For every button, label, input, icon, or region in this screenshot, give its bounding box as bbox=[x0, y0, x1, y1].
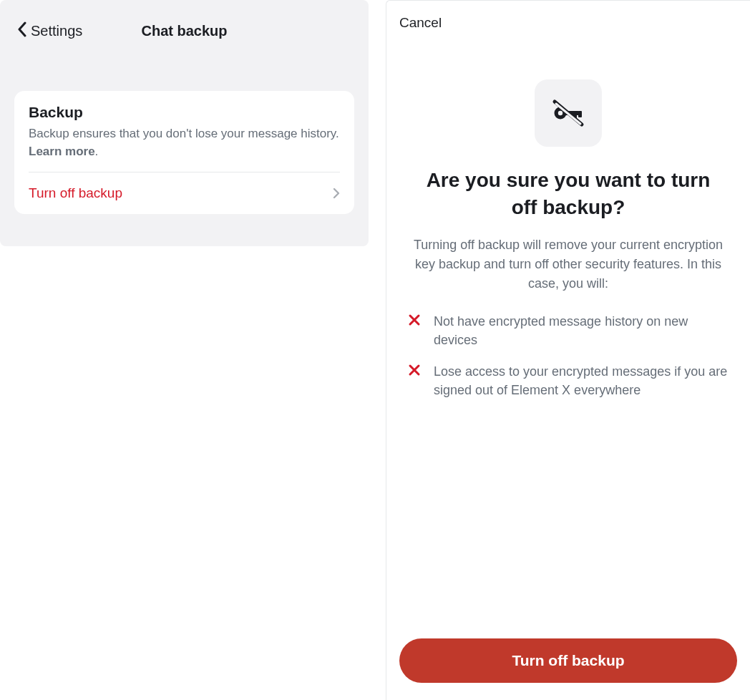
chevron-left-icon bbox=[17, 21, 26, 41]
learn-more-link[interactable]: Learn more bbox=[29, 145, 95, 158]
chevron-right-icon bbox=[333, 188, 340, 199]
svg-rect-4 bbox=[578, 111, 582, 117]
back-label: Settings bbox=[31, 23, 82, 39]
svg-point-1 bbox=[558, 111, 562, 115]
modal-body: Are you sure you want to turn off backup… bbox=[399, 34, 737, 638]
turn-off-backup-button[interactable]: Turn off backup bbox=[399, 638, 737, 683]
warning-text: Lose access to your encrypted messages i… bbox=[434, 362, 729, 399]
warning-list: Not have encrypted message history on ne… bbox=[399, 312, 737, 399]
cancel-button[interactable]: Cancel bbox=[399, 12, 442, 34]
modal-description: Turning off backup will remove your curr… bbox=[399, 235, 737, 293]
warning-text: Not have encrypted message history on ne… bbox=[434, 312, 729, 349]
settings-left-panel: Settings Chat backup Backup Backup ensur… bbox=[0, 0, 369, 246]
modal-title: Are you sure you want to turn off backup… bbox=[399, 167, 737, 221]
turn-off-backup-row[interactable]: Turn off backup bbox=[29, 172, 340, 214]
modal-top-bar: Cancel bbox=[399, 12, 737, 34]
key-off-icon bbox=[535, 79, 602, 147]
x-icon bbox=[408, 364, 421, 379]
backup-card-description: Backup ensures that you don't lose your … bbox=[29, 125, 340, 160]
confirm-modal: Cancel Are you sure you want to turn off… bbox=[386, 0, 750, 700]
warning-item: Not have encrypted message history on ne… bbox=[408, 312, 729, 349]
turn-off-backup-label: Turn off backup bbox=[29, 185, 122, 201]
backup-card: Backup Backup ensures that you don't los… bbox=[14, 91, 354, 214]
backup-desc-prefix: Backup ensures that you don't lose your … bbox=[29, 127, 339, 140]
warning-item: Lose access to your encrypted messages i… bbox=[408, 362, 729, 399]
backup-card-heading: Backup bbox=[29, 104, 340, 121]
panel-header: Settings Chat backup bbox=[11, 11, 357, 62]
backup-desc-suffix: . bbox=[95, 145, 99, 158]
back-button[interactable]: Settings bbox=[17, 21, 82, 41]
x-icon bbox=[408, 313, 421, 329]
panel-title: Chat backup bbox=[141, 23, 227, 39]
